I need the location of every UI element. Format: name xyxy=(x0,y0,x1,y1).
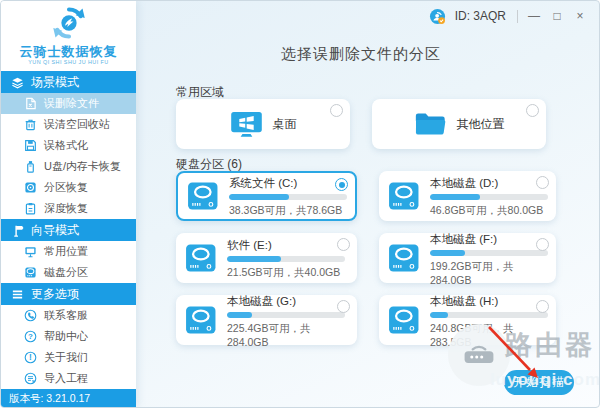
radio-button[interactable] xyxy=(536,176,549,189)
version-label: 版本号: 3.21.0.17 xyxy=(1,389,136,407)
sidebar-item[interactable]: 磁盘分区 xyxy=(1,262,136,283)
sidebar-item[interactable]: 误格式化 xyxy=(1,135,136,156)
deleted-file-icon xyxy=(24,97,37,110)
drive-usage-fill xyxy=(229,194,289,200)
sidebar-section-header[interactable]: 场景模式 xyxy=(1,71,136,93)
drive-usage-fill xyxy=(430,312,448,318)
start-scan-button[interactable]: 开始扫描 xyxy=(504,370,574,395)
sidebar-item[interactable]: ?帮助中心 xyxy=(1,326,136,347)
sidebar-item[interactable]: U盘/内存卡恢复 xyxy=(1,156,136,177)
scene-mode-icon xyxy=(11,76,24,89)
drive-name: 软件 (E:) xyxy=(227,238,349,253)
drive-card[interactable]: 系统文件 (C:)38.3GB可用，共78.6GB xyxy=(176,171,357,221)
disk-partition-icon xyxy=(24,266,37,279)
location-card[interactable]: 其他位置 xyxy=(372,99,546,149)
drive-icon xyxy=(185,306,217,334)
svg-text:!: ! xyxy=(29,352,32,362)
sidebar-item-label: 联系客服 xyxy=(44,308,88,323)
partition-recovery-icon xyxy=(24,181,37,194)
radio-button[interactable] xyxy=(330,104,343,117)
drive-icon xyxy=(388,244,420,272)
drive-icon xyxy=(187,182,219,210)
radio-button[interactable] xyxy=(337,238,350,251)
drive-card[interactable]: 本地磁盘 (H:)240.8GB可用，共283.5GB xyxy=(379,295,556,345)
drive-icon xyxy=(388,306,420,334)
drive-name: 本地磁盘 (D:) xyxy=(430,176,548,191)
sidebar-item-label: 误格式化 xyxy=(44,138,88,153)
sidebar-item-label: 误清空回收站 xyxy=(44,117,110,132)
sidebar-item[interactable]: 误清空回收站 xyxy=(1,114,136,135)
sidebar-item[interactable]: !关于我们 xyxy=(1,347,136,368)
app-window: 云骑士数据恢复 YUN QI SHI SHU JU HUI FU 场景模式误删除… xyxy=(0,0,600,408)
drive-name: 本地磁盘 (F:) xyxy=(430,232,548,247)
sidebar-item[interactable]: 常用位置 xyxy=(1,241,136,262)
more-options-icon xyxy=(11,288,24,301)
sidebar-item-label: 常用位置 xyxy=(44,244,88,259)
about-icon: ! xyxy=(24,351,37,364)
minimize-button[interactable]: — xyxy=(527,9,541,23)
drive-icon xyxy=(185,244,217,272)
sidebar-item[interactable]: 导入工程 xyxy=(1,368,136,389)
main-panel: ID: 3AQR — □ × 选择误删除文件的分区 常用区域 桌面其他位置 硬盘… xyxy=(136,1,599,407)
titlebar: ID: 3AQR — □ × xyxy=(429,1,599,31)
page-title: 选择误删除文件的分区 xyxy=(176,45,546,64)
sidebar-menu: 场景模式误删除文件误清空回收站误格式化U盘/内存卡恢复分区恢复深度恢复向导模式常… xyxy=(1,71,136,389)
close-button[interactable]: × xyxy=(573,9,587,23)
titlebar-divider xyxy=(517,10,518,23)
drive-usage-fill xyxy=(430,250,465,256)
drive-capacity-text: 199.2GB可用，共284.0GB xyxy=(430,260,548,286)
sidebar-section-header[interactable]: 更多选项 xyxy=(1,283,136,305)
drive-card[interactable]: 本地磁盘 (D:)46.8GB可用，共80.0GB xyxy=(379,171,556,221)
location-card[interactable]: 桌面 xyxy=(176,99,350,149)
radio-button[interactable] xyxy=(536,300,549,313)
recovery-logo-icon xyxy=(51,5,87,41)
drive-capacity-text: 46.8GB可用，共80.0GB xyxy=(430,204,548,218)
folder-icon xyxy=(414,111,447,138)
account-avatar-icon[interactable] xyxy=(429,8,446,25)
common-cards: 桌面其他位置 xyxy=(176,99,546,149)
deep-recovery-icon xyxy=(24,202,37,215)
monitor-icon xyxy=(24,245,37,258)
drive-grid: 系统文件 (C:)38.3GB可用，共78.6GB本地磁盘 (D:)46.8GB… xyxy=(176,171,546,345)
drive-usage-bar xyxy=(229,194,347,200)
wizard-mode-icon xyxy=(11,224,24,237)
radio-button[interactable] xyxy=(335,178,348,191)
maximize-button[interactable]: □ xyxy=(550,9,564,23)
sidebar-item-label: 深度恢复 xyxy=(44,201,88,216)
drive-usage-bar xyxy=(227,312,345,318)
sidebar-item[interactable]: 误删除文件 xyxy=(1,93,136,114)
drive-usage-bar xyxy=(227,256,345,262)
sidebar-item[interactable]: 分区恢复 xyxy=(1,177,136,198)
drive-card[interactable]: 软件 (E:)21.5GB可用，共40.0GB xyxy=(176,233,357,283)
drive-usage-bar xyxy=(430,312,548,318)
sidebar-section-label: 场景模式 xyxy=(31,74,79,91)
user-id-label: ID: 3AQR xyxy=(455,9,506,23)
drive-capacity-text: 21.5GB可用，共40.0GB xyxy=(227,266,349,280)
app-subtitle: YUN QI SHI SHU JU HUI FU xyxy=(8,59,130,64)
sidebar-item-label: 关于我们 xyxy=(44,350,88,365)
sidebar-item-label: 帮助中心 xyxy=(44,329,88,344)
import-icon xyxy=(24,372,37,385)
drive-card[interactable]: 本地磁盘 (G:)225.4GB可用，共284.0GB xyxy=(176,295,357,345)
drive-name: 本地磁盘 (H:) xyxy=(430,294,548,309)
drive-capacity-text: 38.3GB可用，共78.6GB xyxy=(229,204,347,218)
sidebar-section-header[interactable]: 向导模式 xyxy=(1,219,136,241)
drive-card[interactable]: 本地磁盘 (F:)199.2GB可用，共284.0GB xyxy=(379,233,556,283)
radio-button[interactable] xyxy=(526,104,539,117)
format-disk-icon xyxy=(24,139,37,152)
sidebar-item-label: 导入工程 xyxy=(44,371,88,386)
sidebar-item-label: U盘/内存卡恢复 xyxy=(44,159,121,174)
phone-icon xyxy=(24,309,37,322)
sidebar-item-label: 磁盘分区 xyxy=(44,265,88,280)
drive-usage-fill xyxy=(227,256,281,262)
sidebar-item[interactable]: 深度恢复 xyxy=(1,198,136,219)
location-card-label: 桌面 xyxy=(273,116,297,133)
sidebar-item[interactable]: 联系客服 xyxy=(1,305,136,326)
sidebar-section-label: 向导模式 xyxy=(31,222,79,239)
app-logo: 云骑士数据恢复 YUN QI SHI SHU JU HUI FU xyxy=(1,1,136,71)
radio-button[interactable] xyxy=(337,300,350,313)
radio-button[interactable] xyxy=(536,238,549,251)
sidebar-section-label: 更多选项 xyxy=(31,286,79,303)
drive-usage-bar xyxy=(430,194,548,200)
drive-usage-fill xyxy=(227,312,252,318)
